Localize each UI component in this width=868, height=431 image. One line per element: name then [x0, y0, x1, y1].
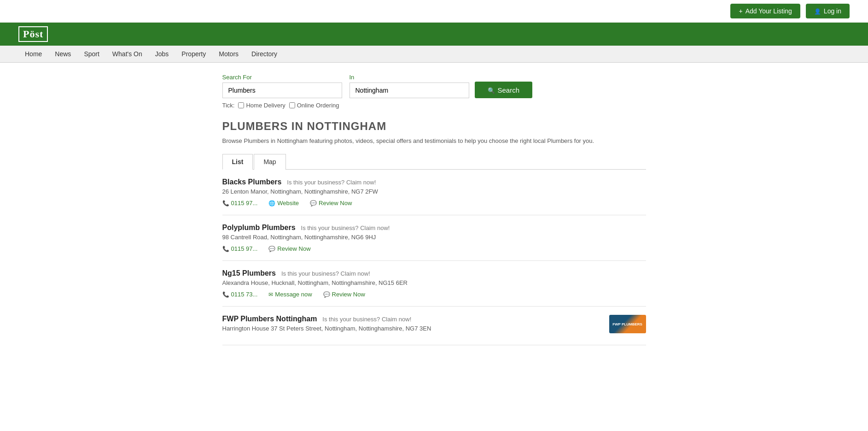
listing-header: Polyplumb Plumbers Is this your business… — [222, 224, 646, 232]
review-icon — [310, 200, 317, 207]
tab-map[interactable]: Map — [254, 154, 285, 170]
login-button[interactable]: Log in — [806, 4, 850, 18]
nav-item-directory[interactable]: Directory — [245, 46, 284, 62]
nav-item-motors[interactable]: Motors — [212, 46, 245, 62]
tick-label: Tick: — [222, 102, 235, 109]
phone-link[interactable]: 0115 73... — [222, 291, 258, 298]
listing-actions: 0115 97... Review Now — [222, 245, 646, 252]
listing-header: Blacks Plumbers Is this your business? C… — [222, 178, 646, 186]
listing-address: 26 Lenton Manor, Nottingham, Nottinghams… — [222, 188, 646, 195]
search-in-field: In — [350, 74, 469, 98]
website-link[interactable]: Website — [268, 200, 299, 207]
page-description: Browse Plumbers in Nottingham featuring … — [222, 137, 646, 144]
header-bar: Pöst — [0, 23, 868, 46]
phone-link[interactable]: 0115 97... — [222, 245, 258, 252]
listing-address: Harrington House 37 St Peters Street, No… — [222, 325, 646, 332]
listing-name[interactable]: FWP Plumbers Nottingham — [222, 315, 317, 323]
listing-address: 98 Cantrell Road, Nottingham, Nottingham… — [222, 234, 646, 241]
tabs-row: List Map — [222, 154, 646, 170]
search-for-label: Search For — [222, 74, 342, 81]
claim-text[interactable]: Is this your business? Claim now! — [287, 179, 376, 186]
listing-address: Alexandra House, Hucknall, Nottingham, N… — [222, 279, 646, 286]
page-title: PLUMBERS IN NOTTINGHAM — [222, 120, 646, 133]
online-ordering-checkbox[interactable] — [289, 102, 295, 108]
top-bar: Add Your Listing Log in — [0, 0, 868, 23]
search-button[interactable]: Search — [475, 82, 533, 98]
listing-actions: 0115 97... Website Review Now — [222, 200, 646, 207]
phone-link[interactable]: 0115 97... — [222, 200, 258, 207]
home-delivery-label[interactable]: Home Delivery — [238, 102, 285, 109]
search-icon — [488, 86, 495, 94]
listing-actions: 0115 73... Message now Review Now — [222, 291, 646, 298]
phone-icon — [222, 291, 229, 298]
phone-icon — [222, 245, 229, 252]
listing-item: FWP Plumbers Nottingham Is this your bus… — [222, 307, 646, 345]
location-input[interactable] — [350, 83, 469, 98]
search-section: Search For In Search Tick: Home Delivery… — [213, 74, 655, 109]
nav-item-whats-on[interactable]: What's On — [106, 46, 149, 62]
nav-item-sport[interactable]: Sport — [77, 46, 105, 62]
nav-item-news[interactable]: News — [48, 46, 77, 62]
message-icon — [268, 291, 273, 298]
review-link[interactable]: Review Now — [323, 291, 365, 298]
review-icon — [268, 245, 275, 252]
listings-container: Blacks Plumbers Is this your business? C… — [213, 170, 655, 345]
tab-list[interactable]: List — [222, 154, 253, 170]
claim-text[interactable]: Is this your business? Claim now! — [322, 316, 411, 323]
listing-item: Polyplumb Plumbers Is this your business… — [222, 215, 646, 261]
search-input[interactable] — [222, 83, 342, 98]
listing-header: Ng15 Plumbers Is this your business? Cla… — [222, 269, 646, 277]
listing-name[interactable]: Ng15 Plumbers — [222, 269, 276, 277]
plus-icon — [739, 7, 742, 15]
listing-item: Blacks Plumbers Is this your business? C… — [222, 170, 646, 215]
add-listing-label: Add Your Listing — [746, 7, 792, 15]
listing-item: Ng15 Plumbers Is this your business? Cla… — [222, 261, 646, 307]
nav-item-jobs[interactable]: Jobs — [149, 46, 175, 62]
in-label: In — [350, 74, 469, 81]
login-label: Log in — [824, 7, 841, 15]
search-form: Search For In Search — [222, 74, 646, 98]
listing-logo: FWP PLUMBERS — [609, 315, 646, 333]
tick-row: Tick: Home Delivery Online Ordering — [222, 102, 646, 109]
listing-header: FWP Plumbers Nottingham Is this your bus… — [222, 315, 646, 323]
user-icon — [814, 7, 821, 15]
phone-icon — [222, 200, 229, 207]
claim-text[interactable]: Is this your business? Claim now! — [301, 224, 390, 231]
review-link[interactable]: Review Now — [268, 245, 310, 252]
site-logo[interactable]: Pöst — [18, 26, 48, 42]
search-button-label: Search — [498, 86, 520, 94]
page-title-section: PLUMBERS IN NOTTINGHAM Browse Plumbers i… — [213, 120, 655, 170]
online-ordering-label[interactable]: Online Ordering — [289, 102, 339, 109]
nav-bar: Home News Sport What's On Jobs Property … — [0, 46, 868, 63]
home-delivery-checkbox[interactable] — [238, 102, 244, 108]
globe-icon — [268, 200, 275, 207]
review-link[interactable]: Review Now — [310, 200, 352, 207]
listing-name[interactable]: Polyplumb Plumbers — [222, 224, 296, 231]
add-listing-button[interactable]: Add Your Listing — [730, 4, 800, 18]
listing-name[interactable]: Blacks Plumbers — [222, 178, 282, 186]
message-link[interactable]: Message now — [268, 291, 312, 298]
nav-item-home[interactable]: Home — [18, 46, 48, 62]
claim-text[interactable]: Is this your business? Claim now! — [281, 270, 370, 277]
nav-item-property[interactable]: Property — [175, 46, 212, 62]
search-for-field: Search For — [222, 74, 342, 98]
logo-text: FWP PLUMBERS — [612, 321, 643, 327]
review-icon — [323, 291, 330, 298]
